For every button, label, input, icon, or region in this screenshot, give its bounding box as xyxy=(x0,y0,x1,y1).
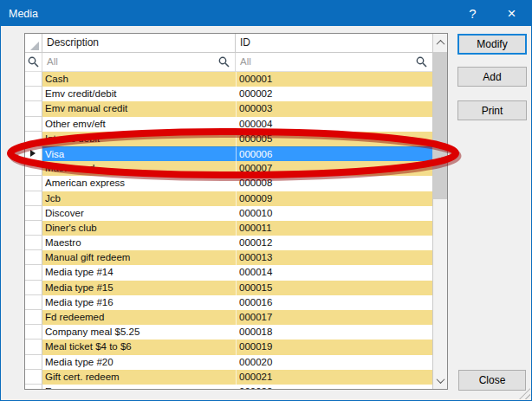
id-cell[interactable]: 000016 xyxy=(236,295,432,310)
id-cell[interactable]: 000015 xyxy=(236,281,432,295)
id-cell[interactable]: 000013 xyxy=(236,250,432,265)
id-cell[interactable]: 000003 xyxy=(236,101,432,116)
id-cell[interactable]: 000001 xyxy=(236,72,432,87)
table-row-selected[interactable]: Visa000006 xyxy=(25,146,432,161)
table-row[interactable]: Other emv/eft000004 xyxy=(25,117,432,132)
table-row[interactable]: Mastercard000007 xyxy=(25,161,432,176)
description-cell[interactable]: American express xyxy=(42,176,236,191)
table-row[interactable]: Diner's club000011 xyxy=(25,221,432,236)
vertical-scrollbar[interactable] xyxy=(432,34,447,389)
table-row[interactable]: Emv credit/debit000002 xyxy=(25,87,432,101)
description-cell[interactable]: Emv credit/debit xyxy=(42,87,236,101)
table-row[interactable]: Discover000010 xyxy=(25,206,432,221)
table-row[interactable]: Emv manual credit000003 xyxy=(25,101,432,116)
row-selector-cell[interactable] xyxy=(25,72,42,87)
help-icon[interactable]: ? xyxy=(453,1,492,26)
row-selector-cell[interactable] xyxy=(25,355,42,370)
id-cell[interactable]: 000006 xyxy=(236,146,432,161)
description-cell[interactable]: Other emv/eft xyxy=(42,117,236,132)
search-icon[interactable] xyxy=(218,56,230,68)
scroll-down-icon[interactable] xyxy=(433,372,447,389)
search-icon[interactable] xyxy=(416,56,427,68)
row-selector-cell[interactable] xyxy=(25,250,42,265)
description-cell[interactable]: Visa xyxy=(42,146,236,161)
row-selector-cell[interactable] xyxy=(25,325,42,340)
row-selector-cell[interactable] xyxy=(25,87,42,101)
table-row[interactable]: Manual gift redeem000013 xyxy=(25,250,432,265)
table-row[interactable]: Media type #15000015 xyxy=(25,281,432,295)
description-cell[interactable]: Company meal $5.25 xyxy=(42,325,236,340)
id-cell[interactable]: 000008 xyxy=(236,176,432,191)
filter-selector-cell[interactable] xyxy=(25,53,42,72)
id-cell[interactable]: 000012 xyxy=(236,236,432,250)
table-row[interactable]: Maestro000012 xyxy=(25,236,432,250)
scroll-up-icon[interactable] xyxy=(433,34,447,51)
table-row[interactable]: Gift cert. redeem000021 xyxy=(25,370,432,385)
row-selector-cell[interactable] xyxy=(25,310,42,325)
row-selector-cell[interactable] xyxy=(25,206,42,221)
row-selector-cell[interactable] xyxy=(25,265,42,280)
column-header-description[interactable]: Description xyxy=(42,34,236,53)
id-cell[interactable]: 000020 xyxy=(236,355,432,370)
table-row[interactable]: Media type #14000014 xyxy=(25,265,432,280)
print-button[interactable]: Print xyxy=(457,100,527,120)
row-selector-cell[interactable] xyxy=(25,370,42,385)
description-cell[interactable]: Jcb xyxy=(42,191,236,206)
description-cell[interactable]: Diner's club xyxy=(42,221,236,236)
column-header-id[interactable]: ID xyxy=(236,34,432,53)
row-selector-cell[interactable] xyxy=(25,295,42,310)
scrollbar-thumb[interactable] xyxy=(433,52,447,199)
modify-button[interactable]: Modify xyxy=(457,34,527,55)
row-selector-cell[interactable] xyxy=(25,385,42,389)
id-cell[interactable]: 000022 xyxy=(236,385,432,389)
description-cell[interactable]: Interac debit xyxy=(42,132,236,146)
table-row[interactable]: American express000008 xyxy=(25,176,432,191)
table-row[interactable]: Media type #20000020 xyxy=(25,355,432,370)
table-row[interactable]: Jcb000009 xyxy=(25,191,432,206)
id-cell[interactable]: 000007 xyxy=(236,161,432,176)
table-row[interactable]: Interac debit000005 xyxy=(25,132,432,146)
description-cell[interactable]: Discover xyxy=(42,206,236,221)
table-row[interactable]: Media type #16000016 xyxy=(25,295,432,310)
table-row[interactable]: Cash000001 xyxy=(25,72,432,87)
id-cell[interactable]: 000011 xyxy=(236,221,432,236)
id-cell[interactable]: 000019 xyxy=(236,340,432,354)
description-cell[interactable]: Media type #15 xyxy=(42,281,236,295)
add-button[interactable]: Add xyxy=(457,67,527,87)
description-filter-input[interactable]: All xyxy=(42,53,236,72)
description-cell[interactable]: Maestro xyxy=(42,236,236,250)
description-cell[interactable]: Mastercard xyxy=(42,161,236,176)
row-selector-cell[interactable] xyxy=(25,161,42,176)
id-cell[interactable]: 000002 xyxy=(236,87,432,101)
close-icon[interactable]: × xyxy=(492,1,531,26)
description-cell[interactable]: Euro currency xyxy=(42,385,236,389)
table-row[interactable]: Company meal $5.25000018 xyxy=(25,325,432,340)
description-cell[interactable]: Media type #20 xyxy=(42,355,236,370)
row-selector-cell[interactable] xyxy=(25,221,42,236)
id-cell[interactable]: 000004 xyxy=(236,117,432,132)
table-row[interactable]: Meal ticket $4 to $6000019 xyxy=(25,340,432,354)
select-all-header[interactable] xyxy=(25,34,42,53)
row-selector-cell[interactable] xyxy=(25,191,42,206)
close-button[interactable]: Close xyxy=(458,370,526,391)
row-selector-cell[interactable] xyxy=(25,176,42,191)
description-cell[interactable]: Cash xyxy=(42,72,236,87)
id-cell[interactable]: 000014 xyxy=(236,265,432,280)
id-cell[interactable]: 000010 xyxy=(236,206,432,221)
table-row[interactable]: Euro currency000022 xyxy=(25,385,432,389)
row-selector-cell[interactable] xyxy=(25,146,42,161)
description-cell[interactable]: Manual gift redeem xyxy=(42,250,236,265)
description-cell[interactable]: Gift cert. redeem xyxy=(42,370,236,385)
description-cell[interactable]: Fd redeemed xyxy=(42,310,236,325)
row-selector-cell[interactable] xyxy=(25,117,42,132)
description-cell[interactable]: Media type #16 xyxy=(42,295,236,310)
row-selector-cell[interactable] xyxy=(25,236,42,250)
table-row[interactable]: Fd redeemed000017 xyxy=(25,310,432,325)
id-cell[interactable]: 000005 xyxy=(236,132,432,146)
row-selector-cell[interactable] xyxy=(25,340,42,354)
id-cell[interactable]: 000017 xyxy=(236,310,432,325)
id-cell[interactable]: 000018 xyxy=(236,325,432,340)
row-selector-cell[interactable] xyxy=(25,101,42,116)
row-selector-cell[interactable] xyxy=(25,281,42,295)
description-cell[interactable]: Emv manual credit xyxy=(42,101,236,116)
